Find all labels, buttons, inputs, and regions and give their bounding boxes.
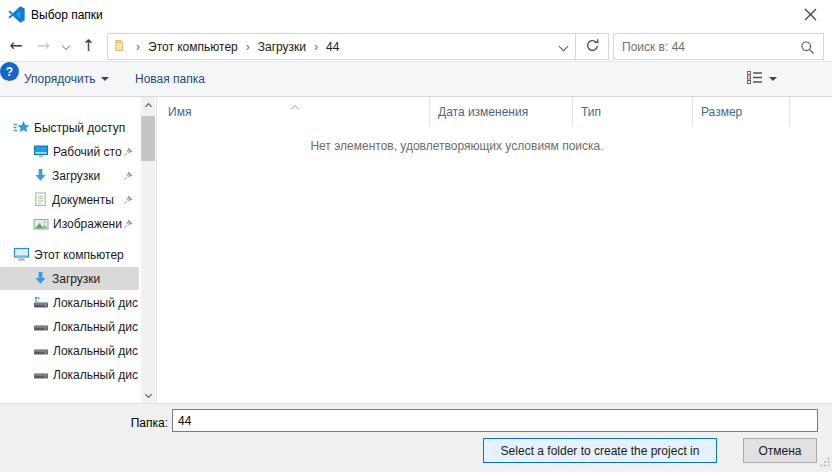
sidebar-item-label: Локальный дис bbox=[53, 344, 138, 358]
sidebar-item-local-disk[interactable]: Локальный дис bbox=[0, 339, 140, 362]
resize-grip[interactable] bbox=[820, 456, 830, 470]
column-label: Имя bbox=[168, 105, 191, 119]
sidebar-item-local-disk[interactable]: Локальный дис bbox=[0, 315, 140, 338]
window-title: Выбор папки bbox=[31, 8, 103, 22]
scroll-up-button[interactable] bbox=[141, 97, 155, 112]
address-bar[interactable]: › Этот компьютер › Загрузки › 44 bbox=[107, 33, 609, 60]
pin-icon bbox=[123, 218, 134, 232]
sidebar-item-desktop[interactable]: Рабочий сто bbox=[0, 140, 140, 163]
quick-access-star-icon bbox=[13, 120, 30, 135]
change-view-button[interactable] bbox=[746, 62, 777, 96]
scrollbar-thumb[interactable] bbox=[141, 116, 155, 161]
sidebar-item-label: Рабочий сто bbox=[53, 145, 122, 159]
sidebar-item-label: Локальный дис bbox=[53, 368, 138, 382]
refresh-button[interactable] bbox=[575, 34, 608, 59]
sidebar-scrollbar[interactable] bbox=[141, 97, 155, 403]
title-bar: Выбор папки bbox=[0, 0, 832, 30]
forward-button[interactable]: → bbox=[31, 30, 56, 61]
chevron-up-icon bbox=[144, 102, 151, 109]
pin-icon bbox=[123, 170, 134, 184]
chevron-down-icon bbox=[61, 41, 69, 49]
column-header-type[interactable]: Тип bbox=[573, 97, 693, 126]
breadcrumb: › Этот компьютер › Загрузки › 44 bbox=[135, 34, 551, 59]
sidebar-item-label: Быстрый доступ bbox=[34, 121, 125, 135]
address-dropdown-button[interactable] bbox=[551, 34, 575, 59]
organize-button[interactable]: Упорядочить bbox=[24, 62, 109, 96]
sidebar-item-documents[interactable]: Документы bbox=[0, 188, 140, 211]
system-disk-icon bbox=[33, 296, 49, 310]
downloads-icon bbox=[33, 271, 48, 286]
sidebar-item-downloads-selected[interactable]: Загрузки bbox=[0, 267, 139, 290]
refresh-icon bbox=[585, 38, 600, 56]
caret-down-icon bbox=[101, 77, 109, 81]
pictures-icon bbox=[33, 217, 49, 231]
select-folder-button[interactable]: Select a folder to create the project in bbox=[483, 438, 717, 463]
column-label: Дата изменения bbox=[438, 105, 528, 119]
sidebar-item-label: Изображени bbox=[53, 217, 122, 231]
new-folder-label: Новая папка bbox=[135, 72, 205, 86]
navigation-pane: Быстрый доступ Рабочий сто Загрузки bbox=[0, 97, 156, 403]
sidebar-item-label: Загрузки bbox=[52, 169, 100, 183]
sidebar-item-downloads-quick[interactable]: Загрузки bbox=[0, 164, 140, 187]
sidebar-item-this-pc[interactable]: Этот компьютер bbox=[0, 243, 140, 266]
back-button[interactable]: ← bbox=[2, 30, 30, 61]
pin-icon bbox=[123, 194, 134, 208]
sidebar-item-pictures[interactable]: Изображени bbox=[0, 212, 140, 235]
breadcrumb-downloads[interactable]: Загрузки bbox=[251, 34, 313, 59]
pin-icon bbox=[123, 146, 134, 160]
help-button[interactable]: ? bbox=[0, 62, 19, 81]
desktop-icon bbox=[33, 144, 49, 159]
cancel-button[interactable]: Отмена bbox=[743, 438, 817, 463]
column-header-date-modified[interactable]: Дата изменения bbox=[430, 97, 573, 126]
search-text: Поиск в: 44 bbox=[622, 40, 685, 54]
search-input[interactable]: Поиск в: 44 bbox=[613, 33, 824, 60]
folder-name-label: Папка: bbox=[100, 416, 168, 430]
breadcrumb-this-pc[interactable]: Этот компьютер bbox=[141, 34, 245, 59]
details-view-icon bbox=[746, 70, 763, 88]
up-button[interactable]: ↑ bbox=[75, 30, 102, 61]
chevron-down-icon bbox=[558, 42, 568, 52]
column-header-size[interactable]: Размер bbox=[693, 97, 790, 126]
computer-icon bbox=[13, 247, 30, 262]
folder-name-input[interactable] bbox=[172, 409, 818, 432]
search-icon bbox=[800, 40, 815, 58]
column-header-spacer bbox=[790, 97, 832, 126]
sidebar-item-label: Локальный дис bbox=[53, 320, 138, 334]
close-button[interactable] bbox=[792, 1, 828, 27]
scroll-down-button[interactable] bbox=[141, 388, 155, 403]
folder-picker-dialog: { "window": { "title": "Выбор папки" }, … bbox=[0, 0, 832, 472]
sidebar-item-label: Локальный дис bbox=[53, 296, 138, 310]
breadcrumb-current-folder[interactable]: 44 bbox=[319, 34, 346, 59]
sidebar-item-label: Этот компьютер bbox=[34, 248, 124, 262]
vscode-logo-icon bbox=[8, 6, 25, 23]
sidebar-item-quick-access[interactable]: Быстрый доступ bbox=[0, 116, 140, 139]
disk-icon bbox=[33, 368, 49, 382]
caret-down-icon bbox=[769, 77, 777, 81]
file-list-area: Имя Дата изменения Тип Размер Нет элемен… bbox=[156, 97, 832, 403]
new-folder-button[interactable]: Новая папка bbox=[135, 62, 205, 96]
chevron-down-icon bbox=[144, 390, 151, 397]
column-label: Размер bbox=[701, 105, 742, 119]
folder-icon bbox=[115, 38, 131, 55]
sidebar-item-local-disk-c[interactable]: Локальный дис bbox=[0, 291, 140, 314]
organize-label: Упорядочить bbox=[24, 72, 95, 86]
command-toolbar: Упорядочить Новая папка ? bbox=[0, 62, 832, 97]
sort-ascending-icon bbox=[290, 99, 300, 113]
column-label: Тип bbox=[581, 105, 601, 119]
disk-icon bbox=[33, 344, 49, 358]
documents-icon bbox=[33, 192, 48, 207]
sidebar-item-local-disk[interactable]: Локальный дис bbox=[0, 363, 140, 386]
empty-folder-message: Нет элементов, удовлетворяющих условиям … bbox=[157, 139, 757, 153]
downloads-icon bbox=[33, 168, 48, 183]
dialog-footer: Папка: Select a folder to create the pro… bbox=[0, 403, 832, 472]
column-headers: Имя Дата изменения Тип Размер bbox=[157, 97, 832, 126]
navigation-bar: ← → ↑ › Этот компьютер › Загрузки › 44 bbox=[0, 30, 832, 62]
recent-locations-dropdown[interactable] bbox=[57, 30, 74, 61]
sidebar-item-label: Загрузки bbox=[52, 272, 100, 286]
column-header-name[interactable]: Имя bbox=[157, 97, 430, 126]
disk-icon bbox=[33, 320, 49, 334]
sidebar-item-label: Документы bbox=[52, 193, 114, 207]
